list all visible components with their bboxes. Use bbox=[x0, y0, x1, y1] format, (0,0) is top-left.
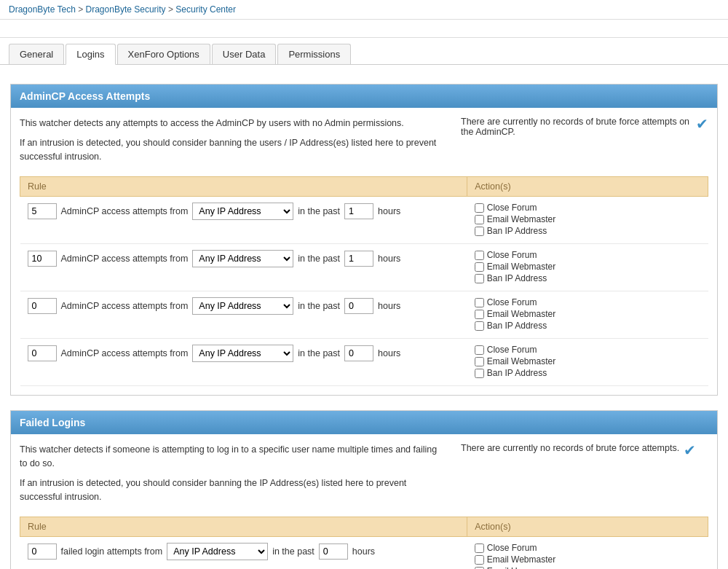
action-text-1: Email Webmaster bbox=[487, 554, 555, 565]
action-checkbox-2[interactable] bbox=[475, 369, 484, 378]
action-text-0: Close Forum bbox=[487, 250, 537, 260]
action-text-2: Ban IP Address bbox=[487, 321, 547, 331]
breadcrumb-separator: > bbox=[76, 4, 86, 15]
action-checkbox-0[interactable] bbox=[475, 345, 484, 355]
hours-input-0[interactable] bbox=[344, 203, 373, 219]
rule-cell-0: AdminCP access attempts fromAny IP Addre… bbox=[20, 197, 467, 244]
breadcrumb-link-2[interactable]: Security Center bbox=[175, 4, 236, 15]
actions-cell-0: Close ForumEmail WebmasterEmail UserBan … bbox=[467, 537, 708, 569]
rule-cell-2: AdminCP access attempts fromAny IP Addre… bbox=[20, 291, 467, 339]
count-input-0[interactable] bbox=[28, 203, 57, 219]
hours-input-3[interactable] bbox=[344, 345, 373, 361]
action-checkbox-1[interactable] bbox=[475, 555, 484, 565]
action-label-1[interactable]: Email Webmaster bbox=[475, 554, 701, 565]
action-text-2: Email User bbox=[487, 566, 530, 569]
action-checkbox-2[interactable] bbox=[475, 227, 484, 236]
count-input-0[interactable] bbox=[28, 544, 57, 560]
action-text-2: Ban IP Address bbox=[487, 226, 547, 236]
action-label-0[interactable]: Close Forum bbox=[475, 543, 701, 553]
hours-label-1: hours bbox=[378, 254, 400, 264]
actions-cell-3: Close ForumEmail WebmasterBan IP Address bbox=[467, 339, 708, 386]
table-row: AdminCP access attempts fromAny IP Addre… bbox=[20, 339, 708, 386]
action-text-1: Email Webmaster bbox=[487, 214, 555, 224]
section-header-admincp-access: AdminCP Access Attempts bbox=[11, 85, 717, 108]
table-row: AdminCP access attempts fromAny IP Addre… bbox=[20, 291, 708, 339]
count-input-2[interactable] bbox=[28, 298, 57, 314]
past-label-3: in the past bbox=[298, 348, 340, 358]
action-label-0[interactable]: Close Forum bbox=[475, 297, 701, 307]
hours-label-0: hours bbox=[352, 546, 375, 557]
rule-label-1: AdminCP access attempts from bbox=[61, 254, 189, 264]
actions-cell-2: Close ForumEmail WebmasterBan IP Address bbox=[467, 291, 708, 339]
action-label-1[interactable]: Email Webmaster bbox=[475, 356, 701, 366]
action-label-2[interactable]: Email User bbox=[475, 566, 701, 569]
rule-cell-3: AdminCP access attempts fromAny IP Addre… bbox=[20, 339, 467, 386]
action-label-2[interactable]: Ban IP Address bbox=[475, 226, 701, 236]
ip-select-2[interactable]: Any IP AddressSpecific IP Address bbox=[192, 297, 293, 315]
action-label-1[interactable]: Email Webmaster bbox=[475, 214, 701, 224]
rule-table-admincp-access: RuleAction(s)AdminCP access attempts fro… bbox=[20, 176, 708, 386]
ip-select-0[interactable]: Any IP AddressSpecific IP Address bbox=[192, 203, 293, 220]
table-row: failed login attempts fromAny IP Address… bbox=[20, 537, 708, 569]
action-label-0[interactable]: Close Forum bbox=[475, 345, 701, 355]
action-label-1[interactable]: Email Webmaster bbox=[475, 262, 701, 272]
hours-label-0: hours bbox=[378, 206, 400, 216]
hours-input-1[interactable] bbox=[344, 251, 373, 267]
action-label-2[interactable]: Ban IP Address bbox=[475, 368, 701, 378]
action-checkbox-2[interactable] bbox=[475, 321, 484, 331]
ip-select-1[interactable]: Any IP AddressSpecific IP Address bbox=[192, 250, 293, 267]
count-input-3[interactable] bbox=[28, 345, 57, 361]
action-checkbox-0[interactable] bbox=[475, 544, 484, 553]
tab-general[interactable]: General bbox=[9, 44, 64, 64]
hours-input-0[interactable] bbox=[319, 544, 348, 560]
table-row: AdminCP access attempts fromAny IP Addre… bbox=[20, 197, 708, 244]
action-checkbox-1[interactable] bbox=[475, 262, 484, 272]
rule-label-0: AdminCP access attempts from bbox=[61, 206, 189, 216]
action-checkbox-0[interactable] bbox=[475, 203, 484, 213]
section-desc2-failed-logins: If an intrusion is detected, you should … bbox=[20, 476, 446, 504]
hours-label-3: hours bbox=[378, 348, 400, 358]
tab-user-data[interactable]: User Data bbox=[212, 44, 277, 64]
action-label-0[interactable]: Close Forum bbox=[475, 203, 701, 213]
action-text-0: Close Forum bbox=[487, 203, 537, 213]
breadcrumb-link-1[interactable]: DragonByte Security bbox=[86, 4, 166, 15]
action-text-2: Ban IP Address bbox=[487, 273, 547, 283]
rule-label-3: AdminCP access attempts from bbox=[61, 348, 189, 358]
past-label-2: in the past bbox=[298, 301, 340, 311]
breadcrumb: DragonByte Tech > DragonByte Security > … bbox=[0, 0, 728, 20]
action-checkbox-2[interactable] bbox=[475, 274, 484, 283]
tab-permissions[interactable]: Permissions bbox=[277, 44, 351, 64]
action-text-0: Close Forum bbox=[487, 345, 537, 355]
ip-select-0[interactable]: Any IP AddressSpecific IP Address bbox=[167, 543, 268, 560]
action-text-2: Ban IP Address bbox=[487, 368, 547, 378]
action-checkbox-0[interactable] bbox=[475, 251, 484, 260]
breadcrumb-link-0[interactable]: DragonByte Tech bbox=[9, 4, 76, 15]
ip-select-3[interactable]: Any IP AddressSpecific IP Address bbox=[192, 345, 293, 362]
action-label-2[interactable]: Ban IP Address bbox=[475, 273, 701, 283]
action-checkbox-0[interactable] bbox=[475, 298, 484, 307]
action-label-2[interactable]: Ban IP Address bbox=[475, 321, 701, 331]
action-label-0[interactable]: Close Forum bbox=[475, 250, 701, 260]
past-label-0: in the past bbox=[272, 546, 314, 557]
section-body-admincp-access: This watcher detects any attempts to acc… bbox=[11, 108, 717, 395]
count-input-1[interactable] bbox=[28, 251, 57, 267]
action-checkbox-1[interactable] bbox=[475, 310, 484, 319]
col-header-0: Rule bbox=[20, 517, 467, 537]
rule-label-2: AdminCP access attempts from bbox=[61, 301, 189, 311]
page-header bbox=[0, 20, 728, 38]
action-text-0: Close Forum bbox=[487, 297, 537, 307]
rule-label-0: failed login attempts from bbox=[61, 546, 163, 557]
action-checkbox-1[interactable] bbox=[475, 215, 484, 224]
breadcrumb-separator: > bbox=[166, 4, 176, 15]
check-icon-admincp-access: ✔ bbox=[696, 117, 708, 131]
action-label-1[interactable]: Email Webmaster bbox=[475, 309, 701, 319]
table-row: AdminCP access attempts fromAny IP Addre… bbox=[20, 244, 708, 291]
section-body-failed-logins: This watcher detects if someone is attem… bbox=[11, 434, 717, 569]
hours-input-2[interactable] bbox=[344, 298, 373, 314]
action-checkbox-1[interactable] bbox=[475, 357, 484, 366]
action-text-1: Email Webmaster bbox=[487, 262, 555, 272]
tab-xenforo-options[interactable]: XenForo Options bbox=[117, 44, 210, 64]
tab-logins[interactable]: Logins bbox=[66, 44, 115, 65]
rule-cell-1: AdminCP access attempts fromAny IP Addre… bbox=[20, 244, 467, 291]
section-desc1-failed-logins: This watcher detects if someone is attem… bbox=[20, 443, 446, 471]
